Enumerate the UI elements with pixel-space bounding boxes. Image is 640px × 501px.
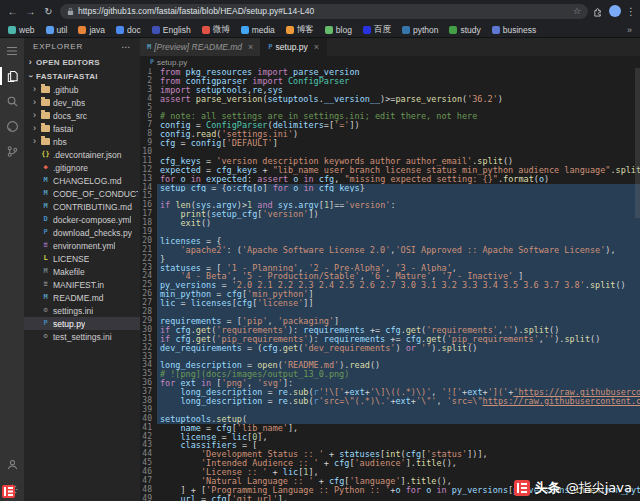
code-line[interactable]: 6# note: all settings are in settings.in… — [140, 112, 640, 121]
code-line[interactable]: 20licenses = { — [140, 237, 640, 246]
profile-avatar[interactable] — [609, 5, 621, 17]
tree-item[interactable]: ›fastai — [24, 122, 140, 135]
code-line[interactable]: 10 — [140, 148, 640, 157]
tree-item[interactable]: ›docs_src — [24, 109, 140, 122]
bookmark-item[interactable]: python — [402, 25, 439, 35]
tree-item[interactable]: Ddocker-compose.yml — [24, 213, 140, 226]
code-line[interactable]: 36for ext in ['png', 'svg']: — [140, 379, 640, 388]
root-folder-section[interactable]: › FASTAI/FASTAI — [24, 69, 140, 83]
tree-item[interactable]: ⚙settings.ini — [24, 304, 140, 317]
tree-item[interactable]: MREADME.md — [24, 291, 140, 304]
code-line[interactable]: 5 — [140, 104, 640, 113]
code-line[interactable]: 14setup_cfg = {o:cfg[o] for o in cfg_key… — [140, 184, 640, 193]
source-control-icon[interactable] — [0, 143, 24, 159]
code-line[interactable]: 1from pkg_resources import parse_version — [140, 68, 640, 77]
tree-item[interactable]: ›nbs — [24, 135, 140, 148]
bookmark-item[interactable]: web — [8, 25, 35, 35]
account-icon[interactable] — [0, 456, 24, 472]
bookmark-item[interactable]: 博客 — [286, 24, 314, 36]
code-line[interactable]: 32dev_requirements = (cfg.get('dev_requi… — [140, 344, 640, 353]
tree-item[interactable]: MCODE_OF_CONDUCT.md — [24, 187, 140, 200]
tree-item[interactable]: Psetup.py — [24, 317, 140, 330]
code-line[interactable]: 21 'apache2': ('Apache Software License … — [140, 246, 640, 255]
bookmark-item[interactable]: java — [78, 25, 105, 35]
back-icon[interactable]: ← — [6, 6, 19, 17]
code-line[interactable]: 25py_versions = '2.0 2.1 2.2 2.3 2.4 2.5… — [140, 281, 640, 290]
extensions-puzzle-icon[interactable] — [593, 6, 604, 17]
code-line[interactable]: 40setuptools.setup( — [140, 415, 640, 424]
tree-item[interactable]: ◆.gitignore — [24, 161, 140, 174]
code-line[interactable]: 35# ![png](docs/images/output_13_0.png) — [140, 370, 640, 379]
bookmark-item[interactable]: util — [46, 25, 68, 35]
code-line[interactable]: 13for o in expected: assert o in cfg, "m… — [140, 175, 640, 184]
code-line[interactable]: 17 print(setup_cfg['version']) — [140, 210, 640, 219]
bookmark-item[interactable]: media — [241, 25, 275, 35]
bookmark-item[interactable]: study — [449, 25, 480, 35]
line-number[interactable]: 49 — [140, 495, 157, 501]
browser-menu-icon[interactable]: ⋮ — [626, 6, 634, 17]
code-line[interactable]: 3import setuptools,re,sys — [140, 86, 640, 95]
code-line[interactable]: 33 — [140, 353, 640, 362]
code-line[interactable]: 24 '4 - Beta', '5 - Production/Stable', … — [140, 272, 640, 281]
code-line[interactable]: 39 — [140, 406, 640, 415]
code-line[interactable]: 45 'Intended Audience :: ' + cfg['audien… — [140, 459, 640, 468]
code-line[interactable]: 22} — [140, 255, 640, 264]
close-tab-icon[interactable]: × — [314, 42, 319, 52]
code-line[interactable]: 4assert parse_version(setuptools.__versi… — [140, 95, 640, 104]
code-line[interactable]: 44 'Development Status :: ' + statuses[i… — [140, 450, 640, 459]
bookmark-item[interactable]: 微博 — [202, 24, 230, 36]
tab-preview-readme-md[interactable]: M[Preview] README.md× — [140, 38, 261, 56]
tree-item[interactable]: MCONTRIBUTING.md — [24, 200, 140, 213]
tree-item[interactable]: Pdownload_checks.py — [24, 226, 140, 239]
tree-item[interactable]: ›.github — [24, 83, 140, 96]
code-line[interactable]: 30if cfg.get('requirements'): requiremen… — [140, 326, 640, 335]
explorer-icon[interactable] — [0, 68, 24, 84]
bookmark-item[interactable]: 百度 — [363, 24, 391, 36]
bookmark-item[interactable]: business — [492, 25, 537, 35]
tree-item[interactable]: LLICENSE — [24, 252, 140, 265]
tree-item[interactable]: MCHANGELOG.md — [24, 174, 140, 187]
code-line[interactable]: 8config.read('settings.ini') — [140, 130, 640, 139]
code-line[interactable]: 28 — [140, 308, 640, 317]
code-line[interactable]: 38 long_description = re.sub(r'src=\"(.*… — [140, 397, 640, 406]
open-editors-section[interactable]: › OPEN EDITORS — [24, 55, 140, 69]
code-line[interactable]: 46 'License :: ' + lic[1], — [140, 468, 640, 477]
code-line[interactable]: 29requirements = ['pip', 'packaging'] — [140, 317, 640, 326]
code-line[interactable]: 43 classifiers = [ — [140, 441, 640, 450]
code-line[interactable]: 2from configparser import ConfigParser — [140, 77, 640, 86]
bookmark-star-icon[interactable]: ☆ — [573, 6, 581, 16]
search-icon[interactable] — [0, 93, 24, 109]
editor-scrollbar[interactable] — [635, 68, 640, 218]
close-tab-icon[interactable]: × — [248, 42, 253, 52]
tree-item[interactable]: ›dev_nbs — [24, 96, 140, 109]
tree-item[interactable]: MMakefile — [24, 265, 140, 278]
explorer-actions-icon[interactable]: ⋯ — [121, 42, 131, 52]
tree-item[interactable]: ≡MANIFEST.in — [24, 278, 140, 291]
code-line[interactable]: 7config = ConfigParser(delimiters=['=']) — [140, 121, 640, 130]
code-line[interactable]: 16if len(sys.argv)>1 and sys.argv[1]=='v… — [140, 201, 640, 210]
forward-icon[interactable]: → — [24, 6, 37, 17]
code-line[interactable]: 23statuses = [ '1 - Planning', '2 - Pre-… — [140, 264, 640, 273]
code-line[interactable]: 37 long_description = re.sub(r'!\['+ext+… — [140, 388, 640, 397]
tree-item[interactable]: {}.devcontainer.json — [24, 148, 140, 161]
code-line[interactable]: 19 — [140, 228, 640, 237]
breadcrumb[interactable]: P setup.py — [140, 56, 640, 68]
reload-icon[interactable]: ↻ — [42, 6, 55, 17]
code-line[interactable]: 42 license = lic[0], — [140, 433, 640, 442]
code-line[interactable]: 11cfg_keys = 'version description keywor… — [140, 157, 640, 166]
bookmark-item[interactable]: English — [152, 25, 191, 35]
code-line[interactable]: 31if cfg.get('pip_requirements'): requir… — [140, 335, 640, 344]
code-line[interactable]: 9cfg = config['DEFAULT'] — [140, 139, 640, 148]
code-line[interactable]: 15 — [140, 192, 640, 201]
code-line[interactable]: 26min_python = cfg['min_python'] — [140, 290, 640, 299]
code-line[interactable]: 41 name = cfg['lib_name'], — [140, 424, 640, 433]
bookmark-item[interactable]: blog — [325, 25, 352, 35]
url-bar[interactable]: https://github1s.com/fastai/fastai/blob/… — [60, 4, 588, 19]
code-line[interactable]: 18 exit() — [140, 219, 640, 228]
code-line[interactable]: 12expected = cfg_keys + "lib_name user b… — [140, 166, 640, 175]
github-icon[interactable] — [0, 118, 24, 134]
tree-item[interactable]: ≡environment.yml — [24, 239, 140, 252]
bookmark-item[interactable]: doc — [116, 25, 141, 35]
menu-icon[interactable] — [0, 43, 24, 59]
tab-setup-py[interactable]: Psetup.py× — [261, 38, 327, 56]
